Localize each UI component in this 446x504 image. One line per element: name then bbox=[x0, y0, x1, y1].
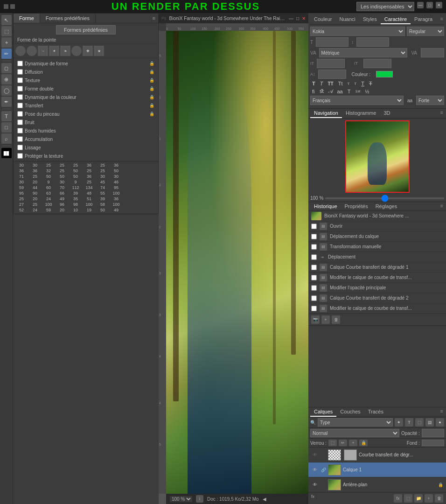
brush-shape-round[interactable] bbox=[15, 46, 26, 56]
canvas-zoom-select[interactable]: 100 % bbox=[170, 496, 192, 502]
tool-pen[interactable]: ✒ bbox=[1, 97, 12, 107]
char-baseline-input[interactable]: 0 px bbox=[318, 70, 346, 79]
layers-new-layer-btn[interactable]: + bbox=[425, 494, 433, 503]
layer-eye-1[interactable]: 👁 bbox=[311, 466, 319, 474]
layer-eye-2[interactable]: 👁 bbox=[311, 481, 319, 489]
layers-lock-image[interactable]: ✏ bbox=[339, 440, 347, 446]
hist-tab-reglages[interactable]: Réglages bbox=[372, 202, 401, 210]
char-tracking-select[interactable]: Métrique bbox=[319, 48, 408, 57]
brush-preset-button[interactable]: Formes prédéfinies bbox=[56, 25, 116, 35]
layers-panel-menu[interactable]: ≡ bbox=[439, 407, 444, 417]
layers-add-style-btn[interactable]: fx bbox=[394, 494, 402, 503]
brush-option-forme-double-check[interactable] bbox=[17, 86, 23, 91]
layer-item-0[interactable]: 👁 Courbe transfert de dégr... bbox=[308, 448, 446, 462]
layers-filter-btn-4[interactable]: ▤ bbox=[425, 418, 434, 427]
char-btn-T-italic[interactable]: T bbox=[318, 80, 325, 87]
char-btn-A[interactable]: 𝒜 bbox=[327, 88, 334, 95]
hist-trash-btn[interactable]: 🗑 bbox=[332, 315, 340, 324]
hist-item-3[interactable]: ▤ Transformation manuelle bbox=[308, 242, 446, 252]
layers-lock-transparent[interactable]: ⬚ bbox=[328, 440, 337, 446]
nav-tab-navigation[interactable]: Navigation bbox=[310, 109, 342, 118]
brush-shape-leaf[interactable]: ❧ bbox=[60, 46, 70, 56]
layers-filter-btn-1[interactable]: ✦ bbox=[395, 418, 403, 427]
brush-option-dyn-couleur-check[interactable] bbox=[17, 94, 23, 100]
char-lang-select[interactable]: Français bbox=[310, 96, 404, 105]
char-scale-v-input[interactable]: 100 % bbox=[317, 59, 345, 68]
char-btn-T-super[interactable]: T bbox=[345, 80, 351, 87]
tool-zoom[interactable]: ⌕ bbox=[1, 133, 12, 144]
layers-tab-calques[interactable]: Calques bbox=[310, 407, 336, 417]
layer-eye-0[interactable]: 👁 bbox=[311, 451, 319, 459]
char-tab-styles[interactable]: Styles bbox=[359, 15, 381, 24]
char-btn-fi[interactable]: fi bbox=[310, 88, 317, 95]
brush-shape-star2[interactable]: ★ bbox=[94, 46, 104, 56]
hist-item-4[interactable]: ↠ Déplacement bbox=[308, 252, 446, 262]
brush-shape-star[interactable]: ✦ bbox=[49, 46, 59, 56]
hist-check-7[interactable] bbox=[311, 285, 317, 291]
char-scale-h-input[interactable]: 100 % bbox=[363, 59, 391, 68]
nav-tab-histogramme[interactable]: Histogramme bbox=[342, 109, 380, 118]
char-btn-T-sub[interactable]: T bbox=[352, 80, 358, 87]
char-kern-input[interactable]: 0 bbox=[421, 48, 444, 57]
char-tab-paragra[interactable]: Paragra bbox=[411, 15, 436, 24]
tool-lasso[interactable]: ⌖ bbox=[1, 37, 12, 48]
char-panel-menu[interactable]: ≡ bbox=[439, 15, 444, 24]
hist-item-8[interactable]: ▤ Calque Courbe transfert de dégradé 2 bbox=[308, 293, 446, 303]
brush-option-lissage-check[interactable] bbox=[17, 145, 23, 150]
tool-shape[interactable]: □ bbox=[1, 122, 12, 133]
brush-option-dynamique-check[interactable] bbox=[17, 61, 23, 66]
hist-tab-proprietes[interactable]: Propriétés bbox=[341, 202, 372, 210]
canvas-image[interactable] bbox=[166, 31, 308, 494]
maximize-btn[interactable]: □ bbox=[426, 2, 433, 8]
char-tab-nuanci[interactable]: Nuanci bbox=[336, 15, 359, 24]
brush-option-bruit-check[interactable] bbox=[17, 119, 23, 125]
hist-item-7[interactable]: ▤ Modifier l'opacité principale bbox=[308, 283, 446, 293]
layers-lock-all[interactable]: 🔒 bbox=[359, 440, 368, 446]
hist-new-snapshot-btn[interactable]: 📷 bbox=[311, 315, 320, 324]
char-btn-half[interactable]: ½ bbox=[363, 88, 371, 95]
layers-opacity-input[interactable]: 100 % bbox=[422, 429, 444, 437]
char-leading-input[interactable]: (Auto) bbox=[356, 37, 389, 47]
hist-check-1[interactable] bbox=[311, 224, 317, 229]
hist-check-4[interactable] bbox=[311, 254, 317, 260]
hist-new-layer-btn[interactable]: + bbox=[321, 315, 330, 324]
tool-text[interactable]: T bbox=[1, 111, 12, 121]
layer-item-1[interactable]: 👁 🔗 Calque 1 bbox=[308, 462, 446, 477]
hist-item-5[interactable]: ▤ Calque Courbe transfert de dégradé 1 bbox=[308, 262, 446, 273]
char-font-style-select[interactable]: Regular bbox=[407, 27, 444, 36]
minimize-btn[interactable]: — bbox=[417, 2, 424, 8]
char-tab-caractere[interactable]: Caractère bbox=[381, 15, 411, 24]
close-btn[interactable]: ✕ bbox=[436, 2, 442, 8]
char-btn-T[interactable]: T bbox=[310, 80, 317, 87]
hist-item-2[interactable]: ▤ Déplacement du calque bbox=[308, 231, 446, 242]
char-color-swatch[interactable] bbox=[376, 71, 393, 77]
layers-filter-btn-5[interactable]: ● bbox=[436, 418, 444, 427]
nav-tab-3d[interactable]: 3D bbox=[380, 109, 394, 118]
brush-shape-arrow[interactable]: → bbox=[38, 46, 48, 56]
brush-shape-round2[interactable] bbox=[27, 46, 37, 56]
hist-item-1[interactable]: ▤ Ouvrir bbox=[308, 221, 446, 231]
brush-tab-presets[interactable]: Formes prédéfinies bbox=[40, 14, 96, 23]
brush-option-texture-check[interactable] bbox=[17, 77, 23, 83]
hist-check-3[interactable] bbox=[311, 244, 317, 250]
hist-check-8[interactable] bbox=[311, 295, 317, 301]
char-btn-1st[interactable]: 1st bbox=[353, 88, 362, 95]
tool-colors[interactable]: ██ bbox=[1, 148, 12, 158]
hist-panel-menu[interactable]: ≡ bbox=[439, 202, 444, 210]
char-btn-TT[interactable]: TT bbox=[326, 80, 335, 87]
nav-panel-menu[interactable]: ≡ bbox=[439, 109, 444, 118]
layers-add-mask-btn[interactable]: ⬚ bbox=[404, 494, 412, 503]
brush-option-accumulation-check[interactable] bbox=[17, 136, 23, 142]
tool-brush[interactable]: ✏ bbox=[1, 49, 12, 59]
brush-tab-forme[interactable]: Forme bbox=[14, 14, 40, 23]
brush-option-transfert-check[interactable] bbox=[17, 103, 23, 108]
brush-shape-cross[interactable]: ✚ bbox=[83, 46, 93, 56]
canvas-info-btn[interactable]: i bbox=[196, 495, 203, 503]
char-btn-aa[interactable]: aa bbox=[335, 88, 345, 95]
char-size-input[interactable]: 60 px bbox=[316, 37, 348, 47]
char-btn-st[interactable]: ﬆ bbox=[318, 88, 326, 95]
hist-item-0[interactable]: BioniX Fantasy world - 3d Somewhere ... bbox=[308, 211, 446, 221]
brush-shape-oval[interactable] bbox=[71, 46, 82, 56]
layers-fill-input[interactable]: 100 % bbox=[422, 440, 444, 446]
nav-zoom-slider[interactable] bbox=[325, 197, 444, 199]
